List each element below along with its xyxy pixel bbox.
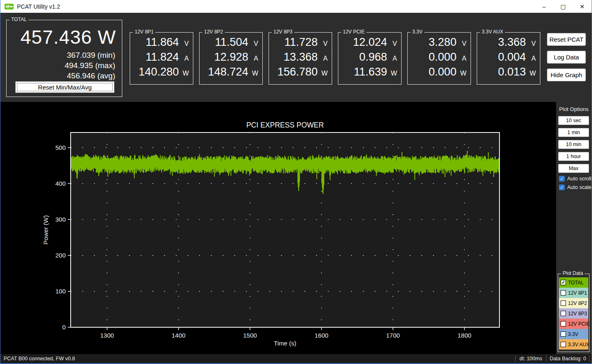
rail-measurement-row: 0.004A bbox=[480, 51, 536, 66]
rail-label: 12V 8P1 bbox=[133, 29, 155, 35]
rail-value: 11.639 bbox=[341, 66, 387, 78]
rail-unit: A bbox=[248, 55, 258, 62]
total-min: 367.039 (min) bbox=[64, 50, 115, 60]
checkbox-checked-icon: ✓ bbox=[561, 280, 566, 285]
rail-groupbox-12v-8p2: 12V 8P211.504V12.928A148.724W bbox=[199, 32, 263, 85]
checkbox-unchecked-icon bbox=[561, 331, 566, 337]
minimize-button[interactable]: – bbox=[535, 0, 554, 13]
svg-text:1400: 1400 bbox=[172, 332, 185, 339]
rail-value: 3.368 bbox=[480, 36, 526, 49]
plot-options-title: Plot Options bbox=[556, 106, 592, 112]
legend-item-3.3v-aux[interactable]: 3.3V AUX bbox=[559, 339, 588, 350]
hide-graph-button[interactable]: Hide Graph bbox=[547, 69, 586, 81]
checkbox-label: Auto scroll bbox=[567, 176, 591, 182]
rail-measurement-row: 0.000W bbox=[410, 66, 466, 80]
close-button[interactable]: ✕ bbox=[573, 0, 592, 13]
checkbox-checked-icon: ✓ bbox=[559, 176, 565, 182]
rail-label: 3.3V bbox=[411, 29, 424, 35]
rail-measurement-row: 11.504V bbox=[202, 36, 258, 51]
svg-text:PCI EXPRESS POWER: PCI EXPRESS POWER bbox=[246, 121, 324, 129]
plot-data-label: Plot Data bbox=[561, 270, 585, 276]
svg-text:500: 500 bbox=[55, 144, 66, 151]
checkbox-unchecked-icon bbox=[561, 342, 566, 347]
rail-label: 12V 8P2 bbox=[202, 29, 225, 35]
status-divider bbox=[589, 355, 590, 362]
rail-unit: V bbox=[179, 40, 189, 47]
rail-measurement-row: 0.968A bbox=[341, 51, 397, 66]
legend-label: 3.3V bbox=[568, 331, 578, 337]
rail-value: 156.780 bbox=[271, 66, 318, 78]
rail-unit: A bbox=[456, 55, 466, 62]
checkbox-unchecked-icon bbox=[561, 311, 566, 316]
rail-measurement-row: 140.280W bbox=[133, 66, 189, 80]
svg-text:Power (W): Power (W) bbox=[42, 215, 49, 245]
rail-measurement-row: 0.000A bbox=[410, 51, 466, 66]
pcat-utility-window: PCAT Utility v1.2 – ▢ ✕ TOTAL 457.436 W … bbox=[0, 0, 592, 364]
plot-range-button-1-min[interactable]: 1 min bbox=[558, 128, 589, 137]
rail-unit: V bbox=[456, 40, 466, 47]
rail-value: 0.000 bbox=[410, 66, 456, 78]
plot-range-button-max[interactable]: Max bbox=[558, 164, 589, 173]
rail-unit: W bbox=[248, 70, 258, 77]
legend-item-12v-8p1[interactable]: 12V 8P1 bbox=[559, 288, 588, 298]
reset-pcat-button[interactable]: Reset PCAT bbox=[547, 33, 586, 46]
legend-label: 12V 8P1 bbox=[568, 290, 587, 296]
legend-label: 12V PCIE bbox=[568, 321, 590, 327]
legend-item-12v-pcie[interactable]: 12V PCIE bbox=[559, 319, 588, 329]
legend-item-total[interactable]: ✓TOTAL bbox=[559, 277, 588, 288]
rail-unit: W bbox=[526, 70, 536, 77]
rail-value: 148.724 bbox=[202, 66, 248, 78]
auto-scale-checkbox[interactable]: ✓Auto scale bbox=[559, 184, 591, 190]
reset-min-max-avg-button[interactable]: Reset Min/Max/Avg bbox=[15, 81, 114, 93]
data-backlog-status: Data Backlog: 0 bbox=[547, 356, 589, 362]
rail-unit: W bbox=[318, 70, 328, 77]
rail-measurement-row: 3.280V bbox=[410, 36, 466, 51]
rail-unit: V bbox=[387, 40, 397, 47]
checkbox-unchecked-icon bbox=[561, 290, 566, 295]
nvidia-logo-icon bbox=[5, 3, 14, 10]
rail-value: 13.368 bbox=[271, 51, 318, 64]
rail-groupbox-12v-pcie: 12V PCIE12.024V0.968A11.639W bbox=[338, 32, 402, 85]
rail-groupbox-3.3v-aux: 3.3V AUX3.368V0.004A0.013W bbox=[477, 32, 540, 85]
plot-range-button-1-hour[interactable]: 1 hour bbox=[558, 152, 589, 161]
rail-value: 0.968 bbox=[341, 51, 387, 64]
connection-status: PCAT B00 connected, FW v0.8 bbox=[0, 356, 515, 362]
legend-label: 12V 8P3 bbox=[568, 311, 587, 317]
rail-measurement-row: 11.639W bbox=[341, 66, 397, 80]
rail-value: 11.864 bbox=[133, 36, 179, 49]
svg-text:1500: 1500 bbox=[243, 332, 257, 339]
rail-value: 12.024 bbox=[341, 36, 387, 49]
graph-panel: 0100200300400500130014001500160017001800… bbox=[0, 102, 556, 355]
legend-item-12v-8p3[interactable]: 12V 8P3 bbox=[559, 308, 588, 319]
legend-label: 3.3V AUX bbox=[568, 342, 590, 347]
plot-range-button-10-sec[interactable]: 10 sec bbox=[558, 116, 589, 125]
log-data-button[interactable]: Log Data bbox=[547, 51, 586, 64]
power-chart: 0100200300400500130014001500160017001800… bbox=[0, 102, 556, 355]
rail-unit: A bbox=[179, 55, 189, 62]
rail-unit: V bbox=[248, 40, 258, 47]
plot-range-button-10-min[interactable]: 10 min bbox=[558, 140, 589, 149]
auto-scroll-checkbox[interactable]: ✓Auto scroll bbox=[559, 176, 591, 182]
checkbox-unchecked-icon bbox=[561, 321, 566, 326]
checkbox-checked-icon: ✓ bbox=[559, 184, 565, 190]
legend-item-12v-8p2[interactable]: 12V 8P2 bbox=[559, 298, 588, 308]
rail-label: 12V PCIE bbox=[341, 29, 366, 35]
legend-item-3.3v[interactable]: 3.3V bbox=[559, 329, 588, 339]
checkbox-unchecked-icon bbox=[561, 300, 566, 306]
rail-value: 0.013 bbox=[480, 66, 526, 78]
svg-text:100: 100 bbox=[55, 288, 66, 295]
svg-text:300: 300 bbox=[55, 216, 66, 223]
rail-measurement-row: 12.928A bbox=[202, 51, 258, 66]
rail-value: 11.728 bbox=[271, 36, 318, 49]
svg-text:0: 0 bbox=[62, 324, 66, 331]
rail-groupbox-12v-8p3: 12V 8P311.728V13.368A156.780W bbox=[269, 32, 332, 85]
legend-label: 12V 8P2 bbox=[568, 300, 587, 306]
rail-value: 12.928 bbox=[202, 51, 248, 64]
dt-status: dt: 100ms bbox=[516, 356, 546, 362]
rail-value: 140.280 bbox=[133, 66, 179, 78]
rail-groupbox-3.3v: 3.3V3.280V0.000A0.000W bbox=[407, 32, 471, 85]
plot-data-groupbox: Plot Data ✓TOTAL12V 8P112V 8P212V 8P312V… bbox=[558, 274, 590, 352]
maximize-button[interactable]: ▢ bbox=[554, 0, 573, 13]
svg-text:400: 400 bbox=[55, 180, 66, 187]
total-avg: 456.946 (avg) bbox=[64, 71, 115, 81]
